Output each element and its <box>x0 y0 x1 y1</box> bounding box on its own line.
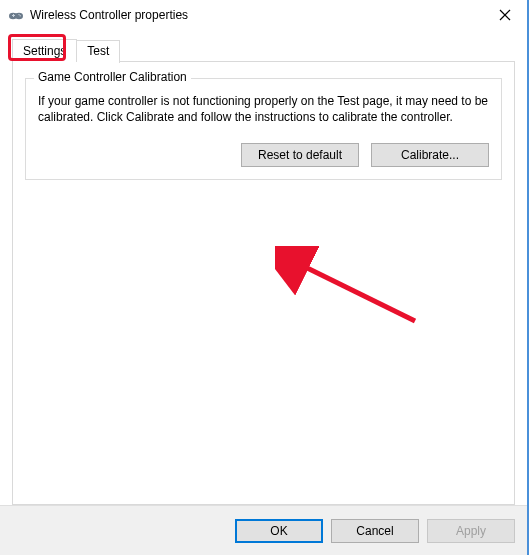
window-title: Wireless Controller properties <box>30 8 482 22</box>
close-button[interactable] <box>482 0 527 30</box>
annotation-arrow <box>275 246 435 339</box>
svg-line-9 <box>295 262 415 321</box>
tab-strip: Settings Test <box>12 38 515 61</box>
dialog-window: Wireless Controller properties Settings … <box>0 0 529 555</box>
svg-rect-4 <box>13 14 14 17</box>
calibration-groupbox: Game Controller Calibration If your game… <box>25 78 502 180</box>
tab-test[interactable]: Test <box>77 40 120 63</box>
reset-to-default-button[interactable]: Reset to default <box>241 143 359 167</box>
titlebar: Wireless Controller properties <box>0 0 527 30</box>
cancel-button[interactable]: Cancel <box>331 519 419 543</box>
content-area: Settings Test Game Controller Calibratio… <box>0 30 527 505</box>
groupbox-button-row: Reset to default Calibrate... <box>38 143 489 167</box>
controller-icon <box>8 7 24 23</box>
tab-settings[interactable]: Settings <box>12 39 77 62</box>
dialog-footer: OK Cancel Apply <box>0 505 527 555</box>
svg-point-5 <box>18 14 19 15</box>
tab-panel: Game Controller Calibration If your game… <box>12 61 515 505</box>
groupbox-title: Game Controller Calibration <box>34 70 191 84</box>
ok-button[interactable]: OK <box>235 519 323 543</box>
groupbox-description: If your game controller is not functioni… <box>38 93 489 125</box>
svg-point-6 <box>20 15 21 16</box>
apply-button[interactable]: Apply <box>427 519 515 543</box>
calibrate-button[interactable]: Calibrate... <box>371 143 489 167</box>
